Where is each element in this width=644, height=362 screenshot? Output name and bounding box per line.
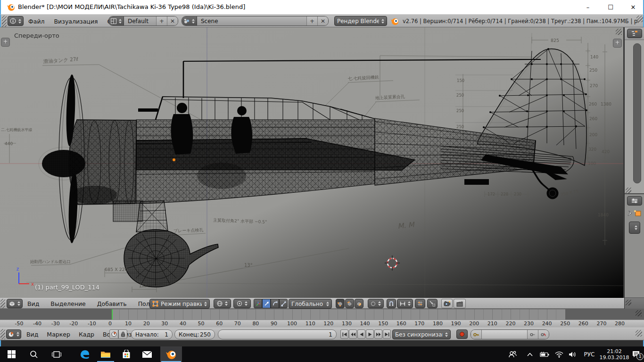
volume-tray-icon[interactable] <box>566 346 579 362</box>
editor-type-outliner-button[interactable] <box>627 29 642 38</box>
timeline-corner-grip[interactable] <box>636 310 642 316</box>
keying-set-field[interactable] <box>482 330 527 339</box>
face-select-button[interactable] <box>355 299 363 308</box>
pin-icon[interactable] <box>626 209 643 218</box>
view3d-menu-2[interactable]: Добавить <box>97 300 127 307</box>
toolshelf-expand-tab[interactable]: + <box>1 38 10 47</box>
manipulator-toggle-button[interactable] <box>254 299 262 308</box>
prev-keyframe-button[interactable] <box>349 329 357 339</box>
annotation-21: 1380 <box>601 102 611 107</box>
snap-peel-button[interactable] <box>427 299 438 308</box>
insert-keyframe-button[interactable] <box>527 330 538 339</box>
pivot-point-dropdown[interactable] <box>233 299 251 308</box>
active-object-label: (1) part_99_LOD_114 <box>35 284 99 291</box>
maximize-button[interactable]: ☐ <box>600 0 621 14</box>
snap-toggle-button[interactable] <box>387 299 396 308</box>
view3d-menu-0[interactable]: Вид <box>27 300 39 307</box>
view3d-header-grip[interactable] <box>0 299 5 308</box>
end-frame-field[interactable]: Конец: 250 <box>174 329 215 339</box>
properties-region-expand-tab[interactable]: + <box>613 39 622 48</box>
close-button[interactable]: ✕ <box>622 0 644 14</box>
minimize-button[interactable]: – <box>577 0 599 14</box>
timeline-track[interactable] <box>0 309 644 320</box>
timeline-menu-1[interactable]: Маркер <box>47 331 70 338</box>
viewport-3d[interactable]: 滑油タンク 27ℓ七.七粍旋回機銃地上装置累合孔ブレーキ点検孔主翼取付角2° 水… <box>0 27 624 298</box>
task-view-button[interactable] <box>45 346 68 362</box>
layout-delete-button[interactable]: ✕ <box>167 16 178 25</box>
info-menu-1[interactable]: Визуализация <box>54 18 98 25</box>
header-resize-grip[interactable] <box>2 16 7 27</box>
info-menu-0[interactable]: Файл <box>28 18 45 25</box>
preview-range-toggle[interactable] <box>109 329 118 339</box>
keying-set-icon-button[interactable] <box>471 330 482 339</box>
action-center-button[interactable]: 1 <box>629 346 644 362</box>
viewport-corner-grip[interactable] <box>616 29 622 35</box>
lock-frame-range-toggle[interactable] <box>118 329 127 339</box>
scene-selector[interactable]: Scene + ✕ <box>182 16 329 26</box>
absolute-grid-snap-button[interactable] <box>415 299 425 308</box>
scale-manipulator-button[interactable] <box>279 299 288 308</box>
timeline-header-grip[interactable] <box>0 329 5 339</box>
edge-select-button[interactable] <box>345 299 354 308</box>
jump-to-end-button[interactable] <box>383 329 391 339</box>
viewport-shading-dropdown[interactable] <box>214 299 231 308</box>
editor-type-properties-button[interactable] <box>627 196 642 206</box>
scene-delete-button[interactable]: ✕ <box>318 16 328 25</box>
rotate-manipulator-button[interactable] <box>271 299 279 308</box>
clock-tray[interactable]: 21:0219.03.2018 <box>600 346 629 362</box>
mail-button[interactable] <box>137 346 157 362</box>
blender-taskbar-button[interactable] <box>160 346 182 362</box>
vertex-select-button[interactable] <box>336 299 345 308</box>
proportional-edit-dropdown[interactable] <box>368 299 384 308</box>
render-engine-dropdown[interactable]: Рендер Blender <box>334 16 387 26</box>
battery-tray-icon[interactable] <box>537 346 552 362</box>
layout-icon <box>109 16 124 25</box>
scene-name[interactable]: Scene <box>197 16 307 25</box>
store-button[interactable] <box>116 346 137 362</box>
screen-layout-selector[interactable]: Default + ✕ <box>108 16 178 26</box>
opengl-render-anim-button[interactable] <box>454 299 466 308</box>
scene-add-button[interactable]: + <box>307 16 318 25</box>
outliner-corner-grip[interactable] <box>626 188 631 193</box>
timeline-header-corner-grip[interactable] <box>636 330 642 337</box>
editor-type-3dview-button[interactable] <box>7 299 23 308</box>
current-frame-marker[interactable] <box>112 309 113 320</box>
translate-manipulator-button[interactable] <box>262 299 271 308</box>
orientation-dropdown[interactable]: Глобально <box>289 299 332 309</box>
properties-corner-grip[interactable] <box>626 300 631 305</box>
people-tray-icon[interactable] <box>505 346 520 362</box>
delete-keyframe-button[interactable] <box>538 330 549 339</box>
sync-mode-dropdown[interactable]: Без синхронизации <box>392 329 451 339</box>
corner-grip[interactable] <box>636 16 643 22</box>
editor-type-info-button[interactable] <box>8 16 24 26</box>
jump-to-start-button[interactable] <box>340 329 348 339</box>
file-explorer-button[interactable] <box>95 346 116 362</box>
current-frame-field[interactable]: 1 <box>218 329 337 339</box>
timeline-menu-2[interactable]: Кадр <box>79 331 94 338</box>
auto-keyframe-button[interactable] <box>456 329 468 339</box>
language-indicator[interactable]: РУС <box>579 346 600 362</box>
opengl-render-button[interactable] <box>441 299 453 308</box>
snap-element-dropdown[interactable] <box>397 299 413 308</box>
wifi-tray-icon[interactable] <box>553 346 566 362</box>
properties-context-dropdown[interactable] <box>629 222 640 234</box>
ruler-tick--50: -50 <box>15 321 23 327</box>
start-button[interactable] <box>0 346 23 362</box>
tray-expand-chevron[interactable] <box>523 346 537 362</box>
play-button[interactable] <box>366 329 374 339</box>
editor-type-timeline-button[interactable] <box>6 329 21 339</box>
edge-button[interactable] <box>74 346 95 362</box>
start-frame-field[interactable]: Начало: 1 <box>131 329 173 339</box>
outliner-scrollbar[interactable] <box>633 43 641 183</box>
mode-dropdown[interactable]: Режим правки <box>149 299 210 309</box>
viewport-canvas[interactable]: 滑油タンク 27ℓ七.七粍旋回機銃地上装置累合孔ブレーキ点検孔主翼取付角2° 水… <box>0 27 623 298</box>
timeline-menu-0[interactable]: Вид <box>26 331 38 338</box>
next-keyframe-button[interactable] <box>374 329 382 339</box>
view3d-menu-1[interactable]: Выделение <box>50 300 85 307</box>
layout-name[interactable]: Default <box>124 16 157 25</box>
axis-x-label: x <box>31 281 34 287</box>
search-button[interactable] <box>23 346 45 362</box>
play-reverse-button[interactable] <box>357 329 365 339</box>
layout-add-button[interactable]: + <box>157 16 167 25</box>
timeline-ruler[interactable]: -50-40-30-20-100102030405060708090100110… <box>0 320 644 328</box>
